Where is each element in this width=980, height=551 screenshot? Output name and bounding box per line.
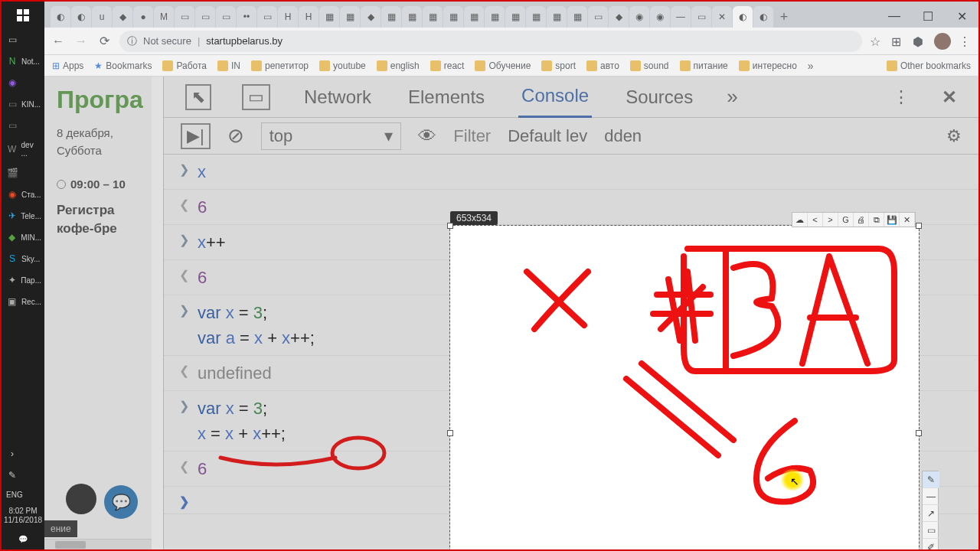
bookmark-folder[interactable]: авто [586,60,619,71]
tab-console[interactable]: Console [518,77,592,118]
browser-tab[interactable]: ▦ [526,6,546,28]
new-tab-button[interactable]: + [774,6,794,28]
browser-tab[interactable]: ▦ [443,6,463,28]
notifications-button[interactable]: 💬 [2,528,44,549]
browser-tab[interactable]: ▦ [423,6,443,28]
taskbar-app[interactable]: SSky... [2,248,44,269]
tab-sources[interactable]: Sources [622,77,696,117]
window-maximize[interactable]: ☐ [911,5,945,28]
browser-tab[interactable]: ◆ [609,6,629,28]
profile-avatar[interactable] [934,33,951,50]
browser-tab[interactable]: ◉ [629,6,649,28]
bookmark-folder[interactable]: питание [680,60,728,71]
browser-tab[interactable]: ▦ [340,6,360,28]
browser-tab[interactable]: ▦ [505,6,525,28]
schedule-row[interactable]: 09:00 – 10 [57,178,152,191]
browser-tab[interactable]: ▦ [319,6,339,28]
console-sidebar-toggle[interactable]: ▶| [181,123,211,149]
screenshot-tool-button[interactable]: G [838,213,854,227]
task-view-button[interactable]: ▭ [2,29,44,51]
tab-network[interactable]: Network [301,77,374,117]
forward-button[interactable]: → [74,34,89,49]
bookmarks-star[interactable]: ★Bookmarks [94,60,152,71]
browser-tab[interactable]: H [278,6,298,28]
bookmark-folder[interactable]: Работа [162,60,207,71]
browser-tab[interactable]: u [92,6,112,28]
taskbar-app[interactable]: ◆MIN... [2,227,44,248]
tab-elements[interactable]: Elements [405,77,488,117]
browser-tab[interactable]: ▦ [547,6,567,28]
browser-tab[interactable]: ▦ [381,6,401,28]
context-selector[interactable]: top▾ [261,122,402,150]
taskbar-app[interactable]: 🎬 [2,162,44,184]
filter-input[interactable]: Filter [453,126,491,146]
browser-tab[interactable]: •• [237,6,256,28]
extension-icon-2[interactable]: ⬢ [913,34,926,48]
devtools-menu[interactable]: ⋮ [893,87,911,107]
screenshot-tool-button[interactable]: < [808,213,823,227]
window-close[interactable]: ✕ [945,5,978,28]
browser-tab[interactable]: ▭ [195,6,215,28]
browser-tab[interactable]: M [154,6,174,28]
browser-tab[interactable]: ◆ [113,6,132,28]
back-button[interactable]: ← [51,34,66,49]
bookmarks-overflow[interactable]: » [808,60,814,72]
screenshot-tool-button[interactable]: ☁ [792,213,808,227]
window-minimize[interactable]: — [877,5,911,28]
browser-tab[interactable]: ◉ [650,6,670,28]
browser-tab[interactable]: ● [133,6,153,28]
screenshot-tool-button[interactable]: ✕ [900,213,915,227]
devtools-close[interactable]: ✕ [942,86,957,108]
browser-tab[interactable]: ▦ [567,6,587,28]
browser-tab[interactable]: ▭ [175,6,194,28]
apps-button[interactable]: ⊞Apps [52,60,83,71]
horizontal-scrollbar[interactable] [44,539,152,549]
bookmark-folder[interactable]: интересно [739,60,797,71]
screenshot-selection[interactable]: ☁<>G🖨⧉💾✕ ✎—↗▭✐T↶ [450,226,919,549]
browser-tab[interactable]: ✕ [712,6,732,28]
device-toggle-icon[interactable]: ▭ [242,84,270,110]
console-settings-icon[interactable]: ⚙ [946,126,962,146]
browser-tab[interactable]: — [671,6,691,28]
browser-tab[interactable]: ◐ [71,6,91,28]
screenshot-tool-button[interactable]: > [823,213,838,227]
bookmark-folder[interactable]: sound [630,60,669,71]
screenshot-tool-button[interactable]: ⧉ [869,213,884,227]
system-clock[interactable]: 8:02 PM 11/16/2018 [2,504,44,528]
screenshot-draw-tool[interactable]: ▭ [923,522,939,539]
browser-tab[interactable]: ▦ [464,6,484,28]
taskbar-app[interactable]: ✦Пар... [2,269,44,291]
taskbar-app[interactable]: ◉ [2,72,44,93]
chat-fab[interactable]: 💬 [104,485,138,519]
browser-tab[interactable]: ▭ [257,6,277,28]
browser-tab[interactable]: ◐ [51,6,70,28]
bookmark-folder[interactable]: english [377,60,420,71]
screenshot-draw-tool[interactable]: — [923,488,939,505]
bookmark-folder[interactable]: IN [217,60,240,71]
taskbar-app[interactable]: ✈Tele... [2,205,44,227]
screenshot-draw-tool[interactable]: ✐ [923,539,939,549]
taskbar-app[interactable]: ▭ [2,115,44,136]
reload-button[interactable]: ⟳ [96,34,112,49]
bookmark-folder[interactable]: репетитор [251,60,309,71]
clear-console-icon[interactable]: ⊘ [227,124,244,148]
bookmark-folder[interactable]: Обучение [475,60,531,71]
live-expression-icon[interactable]: 👁 [418,126,436,147]
show-hidden-icons[interactable]: › [2,443,44,465]
bookmark-folder[interactable]: react [430,60,465,71]
browser-tab[interactable]: ▭ [588,6,608,28]
bookmark-folder[interactable]: sport [541,60,576,71]
other-bookmarks[interactable]: Other bookmarks [887,60,971,71]
taskbar-app[interactable]: ▣Rec... [2,291,44,312]
browser-tab[interactable]: ▭ [691,6,711,28]
taskbar-app[interactable]: Wdev ... [2,136,44,162]
taskbar-app[interactable]: NNot... [2,51,44,72]
screenshot-tool-button[interactable]: 🖨 [854,213,869,227]
omnibox[interactable]: ⓘ Not secure | startupbelarus.by [119,31,862,52]
browser-tab[interactable]: ▭ [216,6,236,28]
chrome-menu[interactable]: ⋮ [959,34,972,48]
browser-tab[interactable]: ◐ [753,6,773,28]
console-row[interactable]: ❯x [164,155,978,190]
screenshot-tool-button[interactable]: 💾 [884,213,900,227]
screenshot-draw-tool[interactable]: ✎ [923,471,939,488]
